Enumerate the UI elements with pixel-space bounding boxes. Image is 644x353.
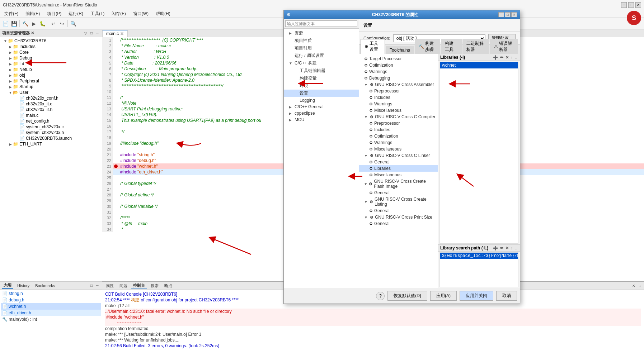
stree-flash-image[interactable]: ▼ ⚙ GNU RISC-V Cross Create Flash Image xyxy=(359,178,438,190)
stree-cc-warnings[interactable]: ⚙ Warnings xyxy=(359,139,438,146)
stree-asm-preprocessor[interactable]: ⚙ Preprocessor xyxy=(359,88,438,94)
outline-item-0[interactable]: 📄 string.h xyxy=(1,290,101,297)
stree-c-compiler[interactable]: ▼ ⚙ GNU RISC-V Cross C Compiler xyxy=(359,114,438,120)
tree-item-sys-h[interactable]: 📄 system_ch32v20x.h xyxy=(1,130,101,135)
libpath-edit-btn[interactable]: ✏ xyxy=(499,246,504,251)
apply-close-btn[interactable]: 应用并关闭 xyxy=(460,291,493,301)
prop-tree-cpp-build[interactable]: ▼ C/C++ 构建 xyxy=(284,59,359,67)
tree-item-it-h[interactable]: 📄 ch32v20x_it.h xyxy=(1,107,101,113)
libpath-delete-btn[interactable]: ✕ xyxy=(505,246,509,251)
stree-linker-general[interactable]: ⚙ General xyxy=(359,159,438,165)
tab-history[interactable]: History xyxy=(16,283,31,288)
libpath-item-netlib[interactable]: ${workspace_loc:/${ProjName}/NetLib} xyxy=(440,253,518,259)
prop-tree-logging[interactable]: Logging xyxy=(284,97,359,104)
stree-cc-optimization[interactable]: ⚙ Optimization xyxy=(359,133,438,139)
tree-item-startup[interactable]: ▶ 📁 Startup xyxy=(1,84,101,90)
cancel-btn[interactable]: 取消 xyxy=(496,291,517,301)
menu-help[interactable]: 帮助(H) xyxy=(154,10,172,17)
new-file-btn[interactable]: 📄 xyxy=(1,20,9,28)
stree-asm-warnings[interactable]: ⚙ Warnings xyxy=(359,101,438,107)
console-tab-breakpoints[interactable]: 断点 xyxy=(162,283,174,289)
tree-item-eth-uart[interactable]: ▶ 📁 ETH_UART xyxy=(1,141,101,147)
tree-item-debug[interactable]: ▶ 📁 Debug xyxy=(1,55,101,61)
menu-flash[interactable]: 闪存(F) xyxy=(110,10,127,17)
menu-file[interactable]: 文件(F) xyxy=(3,10,20,17)
console-clear-btn[interactable]: ✕ xyxy=(631,283,636,288)
menu-project[interactable]: 项目(P) xyxy=(46,10,63,17)
tree-item-obj[interactable]: ▶ 📁 obj xyxy=(1,72,101,78)
save-btn[interactable]: 💾 xyxy=(10,20,18,28)
tree-item-net-config[interactable]: 📄 net_config.h xyxy=(1,118,101,124)
maximize-button[interactable]: □ xyxy=(628,2,634,8)
help-button[interactable]: ? xyxy=(376,292,385,300)
collapse-btn[interactable]: ▽ xyxy=(83,31,88,36)
tree-item-includes[interactable]: ▶ 📁 Includes xyxy=(1,44,101,49)
lib-item-wchnet[interactable]: wchnet xyxy=(440,62,518,68)
stree-debugging[interactable]: ⚙ Debugging xyxy=(359,75,438,81)
tree-item-ld[interactable]: ▶ 📁 Ld xyxy=(1,61,101,67)
stree-listing[interactable]: ▼ ⚙ GNU RISC-V Cross Create Listing xyxy=(359,196,438,207)
prop-tree-project-ref[interactable]: 项目引用 xyxy=(284,44,359,52)
libraries-list[interactable]: wchnet xyxy=(439,62,518,244)
console-tab-problems[interactable]: 问题 xyxy=(117,283,130,289)
dialog-maximize-btn[interactable]: □ xyxy=(505,12,511,17)
tab-bookmarks[interactable]: Bookmarks xyxy=(34,283,56,288)
tree-item-it-c[interactable]: 📄 ch32v20x_it.c xyxy=(1,101,101,107)
menu-run[interactable]: 运行(R) xyxy=(67,10,85,17)
tree-item-launch[interactable]: 📄 CH32V203RBT6.launch xyxy=(1,135,101,141)
stree-assembler[interactable]: ▼ ⚙ GNU RISC-V Cross Assembler xyxy=(359,81,438,88)
outline-item-1[interactable]: 📄 debug.h xyxy=(1,297,101,303)
maximize-panel-btn[interactable]: □ xyxy=(89,31,94,36)
stree-warnings[interactable]: ⚙ Warnings xyxy=(359,68,438,75)
tree-item-main-c[interactable]: 📄 main.c xyxy=(1,113,101,118)
tree-item-netlib[interactable]: ▶ 📁 NetLib xyxy=(1,67,101,72)
prop-tree-resources[interactable]: ▶ 资源 xyxy=(284,29,359,37)
prop-tree-build-var[interactable]: 构建变量 xyxy=(284,75,359,82)
undo-btn[interactable]: ↩ xyxy=(50,20,57,28)
libpath-list[interactable]: ${workspace_loc:/${ProjName}/NetLib} xyxy=(439,252,518,287)
search-btn[interactable]: 🔍 xyxy=(69,20,77,28)
menu-window[interactable]: 窗口(W) xyxy=(132,10,150,17)
editor-tab-close[interactable]: ✕ xyxy=(120,31,124,36)
prop-tree-settings[interactable]: 设置 xyxy=(284,90,359,97)
build-btn[interactable]: 🔨 xyxy=(21,20,29,28)
editor-tab-main-c[interactable]: main.c ✕ xyxy=(102,30,128,37)
stree-linker-misc[interactable]: ⚙ Miscellaneous xyxy=(359,172,438,178)
settings-tab-error-parser[interactable]: ⚠ 错误解析器 xyxy=(490,39,518,54)
tree-item-sys-c[interactable]: 📄 system_ch32v20x.c xyxy=(1,124,101,130)
close-button[interactable]: ✕ xyxy=(635,2,641,8)
libpath-up-btn[interactable]: ↑ xyxy=(510,246,514,251)
prop-tree-run-debug[interactable]: 运行 / 调试设置 xyxy=(284,52,359,59)
outline-item-4[interactable]: 🔧 main(void) : int xyxy=(1,316,101,323)
lib-add-btn[interactable]: ➕ xyxy=(492,55,499,60)
tree-item-peripheral[interactable]: ▶ 📁 Peripheral xyxy=(1,78,101,84)
prop-tree-cppeclipse[interactable]: ▶ cppeclipse xyxy=(284,110,359,116)
restore-defaults-btn[interactable]: 恢复默认值(D) xyxy=(387,291,427,301)
tree-item-user[interactable]: ▼ 📂 User xyxy=(1,90,101,95)
outline-close-btn[interactable]: ─ xyxy=(95,283,100,288)
minimize-button[interactable]: ─ xyxy=(621,2,627,8)
filter-input[interactable] xyxy=(285,20,357,27)
console-scroll-btn[interactable]: ↓ xyxy=(638,283,643,288)
lib-down-btn[interactable]: ↓ xyxy=(514,55,518,60)
lib-edit-btn[interactable]: ✏ xyxy=(499,55,504,60)
tree-item-core[interactable]: ▶ 📁 Core xyxy=(1,49,101,55)
stree-target-processor[interactable]: ⚙ Target Processor xyxy=(359,56,438,62)
settings-tab-build-tools[interactable]: 构建工具 xyxy=(441,39,462,54)
settings-tab-toolchains[interactable]: Toolchains xyxy=(386,46,414,54)
debug-btn[interactable]: 🐛 xyxy=(38,20,46,28)
stree-flash-general[interactable]: ⚙ General xyxy=(359,190,438,196)
stree-listing-general[interactable]: ⚙ General xyxy=(359,207,438,214)
stree-cc-preprocessor[interactable]: ⚙ Preprocessor xyxy=(359,120,438,127)
console-tab-search[interactable]: 搜索 xyxy=(149,283,161,289)
prop-tree-toolchain-editor[interactable]: 工具链编辑器 xyxy=(284,67,359,75)
settings-tab-build-steps[interactable]: 🔨 构建步骤 xyxy=(415,39,440,54)
outline-item-3[interactable]: 📄 eth_driver.h xyxy=(1,310,101,316)
apply-btn[interactable]: 应用(A) xyxy=(430,291,457,301)
prop-tree-project-nature[interactable]: 项目性质 xyxy=(284,37,359,44)
redo-btn[interactable]: ↪ xyxy=(58,20,66,28)
lib-up-btn[interactable]: ↑ xyxy=(510,55,514,60)
stree-linker-libraries[interactable]: ⚙ Libraries xyxy=(359,165,438,172)
tree-item-conf[interactable]: 📄 ch32v20x_conf.h xyxy=(1,95,101,101)
console-tab-console[interactable]: 控制台 xyxy=(131,282,147,289)
